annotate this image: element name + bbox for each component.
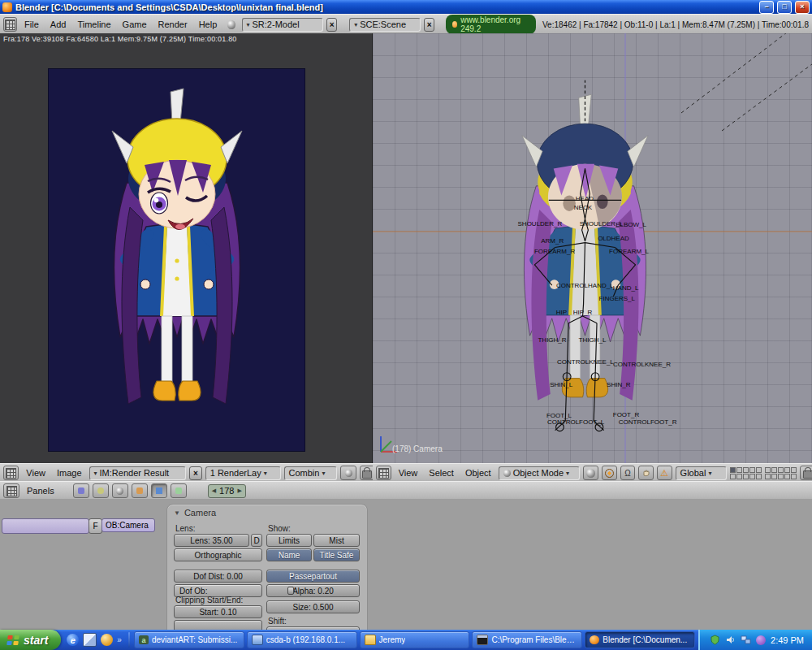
maximize-button[interactable]: □ xyxy=(777,1,792,14)
manipulator-toggle[interactable]: Ω xyxy=(620,466,636,480)
pan-tool-button[interactable] xyxy=(638,466,654,480)
editing-context-button[interactable] xyxy=(151,483,167,498)
menu-add[interactable]: Add xyxy=(46,19,71,30)
layer-button[interactable] xyxy=(765,474,771,479)
datablock-browse-field[interactable] xyxy=(2,518,89,534)
layer-buttons-group-2[interactable] xyxy=(765,467,797,479)
menu-file[interactable]: File xyxy=(20,19,43,30)
window-type-dropdown[interactable] xyxy=(3,17,17,32)
logic-context-button[interactable] xyxy=(73,483,89,498)
task-deviantart[interactable]: a deviantART: Submissi... xyxy=(134,631,244,648)
layer-button[interactable] xyxy=(730,474,736,479)
mist-toggle[interactable]: Mist xyxy=(313,534,360,547)
layer-button[interactable] xyxy=(791,467,797,473)
clip-start-slider[interactable]: Start: 0.10 xyxy=(174,605,262,618)
editor-type-dropdown[interactable] xyxy=(376,466,391,480)
shading-context-button[interactable] xyxy=(112,483,128,498)
menu-game[interactable]: Game xyxy=(119,19,151,30)
menu-object[interactable]: Object xyxy=(461,467,495,479)
draw-type-dropdown[interactable] xyxy=(583,466,598,480)
layer-button[interactable] xyxy=(743,467,749,473)
object-name-field[interactable]: OB:Camera xyxy=(102,518,155,532)
layer-button[interactable] xyxy=(736,467,742,473)
task-program-files[interactable]: C:\Program Files\Blen... xyxy=(472,631,582,648)
alpha-slider[interactable]: Alpha: 0.20 xyxy=(266,584,360,597)
task-jeremy[interactable]: Jeremy xyxy=(360,631,470,648)
menu-panels[interactable]: Panels xyxy=(23,485,58,496)
passepartout-toggle[interactable]: Passepartout xyxy=(266,570,360,583)
layer-button[interactable] xyxy=(743,474,749,479)
layer-button[interactable] xyxy=(749,474,755,479)
object-context-button[interactable] xyxy=(132,483,148,498)
limits-toggle[interactable]: Limits xyxy=(266,534,312,547)
layer-button[interactable] xyxy=(771,467,777,473)
decrement-arrow-icon[interactable]: ◀ xyxy=(212,488,216,494)
menu-view[interactable]: View xyxy=(395,467,422,479)
layer-lock-button[interactable] xyxy=(800,466,812,480)
layer-button[interactable] xyxy=(771,474,777,479)
increment-arrow-icon[interactable]: ▶ xyxy=(237,488,241,494)
snap-warning-button[interactable]: ⚠ xyxy=(657,466,672,480)
menu-select[interactable]: Select xyxy=(425,467,458,479)
script-context-button[interactable] xyxy=(93,483,109,498)
editor-type-dropdown[interactable] xyxy=(3,483,19,498)
volume-icon[interactable] xyxy=(725,635,736,645)
chevron-right-icon[interactable]: » xyxy=(117,635,122,644)
dof-dist-slider[interactable]: Dof Dist: 0.00 xyxy=(174,570,262,583)
layer-buttons-group-1[interactable] xyxy=(730,467,762,479)
mode-dropdown[interactable]: Object Mode ▾ xyxy=(499,466,581,480)
size-slider[interactable]: Size: 0.500 xyxy=(266,600,360,613)
lens-slider[interactable]: Lens: 35.00 xyxy=(174,534,249,547)
layer-button[interactable] xyxy=(784,474,790,479)
scene-context-button[interactable] xyxy=(171,483,187,498)
pivot-dropdown[interactable] xyxy=(602,466,617,480)
image-editor-viewport[interactable]: Fra:178 Ve:39108 Fa:64580 La:1 Mem:9.75M… xyxy=(0,33,373,463)
scene-delete-button[interactable]: × xyxy=(424,18,435,32)
frame-number-field[interactable]: ◀ 178 ▶ xyxy=(208,484,246,498)
editor-type-dropdown[interactable] xyxy=(3,466,19,480)
network-icon[interactable] xyxy=(741,635,751,645)
layer-button[interactable] xyxy=(730,467,736,473)
dof-distance-button[interactable]: D xyxy=(251,534,262,547)
minimize-button[interactable]: – xyxy=(759,1,774,14)
camera-panel-header[interactable]: ▼ Camera xyxy=(174,508,216,518)
orientation-dropdown[interactable]: Global ▾ xyxy=(676,466,728,480)
screen-delete-button[interactable]: × xyxy=(326,18,338,32)
image-unlink-button[interactable]: × xyxy=(189,466,201,480)
scene-selector[interactable]: ▾ SCE:Scene xyxy=(349,18,421,32)
menu-timeline[interactable]: Timeline xyxy=(73,19,114,30)
layer-button[interactable] xyxy=(756,467,762,473)
layer-button[interactable] xyxy=(736,474,742,479)
clip-end-slider[interactable] xyxy=(174,620,262,630)
internet-explorer-icon[interactable]: e xyxy=(67,634,79,646)
collapse-triangle-icon[interactable]: ▼ xyxy=(174,509,180,517)
menu-image[interactable]: Image xyxy=(53,467,86,479)
menu-view[interactable]: View xyxy=(22,467,50,479)
layer-button[interactable] xyxy=(756,474,762,479)
window-titlebar[interactable]: Blender [C:\Documents and Settings\CSDA\… xyxy=(0,0,812,14)
menu-render[interactable]: Render xyxy=(154,19,192,30)
render-layer-dropdown[interactable]: 1 RenderLay ▾ xyxy=(205,466,281,480)
title-safe-toggle[interactable]: Title Safe xyxy=(313,548,360,561)
layer-button[interactable] xyxy=(778,467,784,473)
fake-user-button[interactable]: F xyxy=(89,518,102,534)
show-desktop-icon[interactable] xyxy=(83,633,97,647)
render-pass-dropdown[interactable]: Combin ▾ xyxy=(284,466,338,480)
layer-button[interactable] xyxy=(765,467,771,473)
layer-button[interactable] xyxy=(749,467,755,473)
task-csda-b[interactable]: csda-b (192.168.0.1... xyxy=(247,631,357,648)
task-blender[interactable]: Blender [C:\Documen... xyxy=(585,631,695,648)
layer-button[interactable] xyxy=(791,474,797,479)
brush-toggle-button[interactable] xyxy=(340,466,356,480)
image-datablock-field[interactable]: ▾ IM:Render Result xyxy=(89,466,187,480)
layer-button[interactable] xyxy=(784,467,790,473)
screen-selector[interactable]: ▾ SR:2-Model xyxy=(242,18,323,32)
orthographic-button[interactable]: Orthographic xyxy=(174,548,262,561)
layer-button[interactable] xyxy=(778,474,784,479)
media-player-icon[interactable] xyxy=(101,634,113,646)
name-toggle[interactable]: Name xyxy=(266,548,312,561)
messenger-icon[interactable] xyxy=(756,635,766,645)
security-shield-icon[interactable] xyxy=(710,635,720,645)
close-button[interactable]: × xyxy=(795,1,810,14)
start-button[interactable]: start xyxy=(0,630,61,650)
